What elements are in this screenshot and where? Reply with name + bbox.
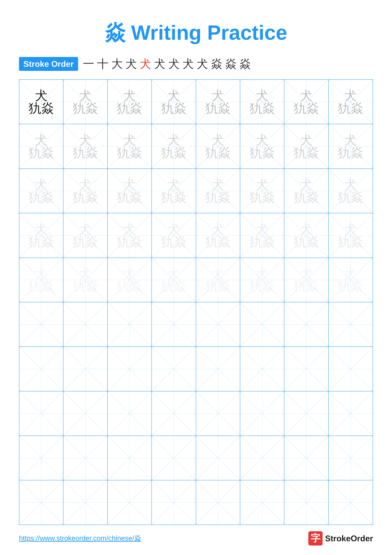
grid-cell-1-7[interactable]: 犬犰焱	[284, 80, 328, 124]
grid-cell-9-6[interactable]	[240, 436, 284, 480]
grid-cell-4-3[interactable]: 犬犰焱	[108, 213, 152, 257]
grid-cell-7-1[interactable]	[19, 347, 64, 391]
grid-cell-2-7[interactable]: 犬犰焱	[284, 124, 328, 168]
diag2-icon	[328, 391, 373, 436]
grid-cell-1-3[interactable]: 犬犰焱	[108, 80, 152, 124]
grid-cell-6-4[interactable]	[152, 302, 196, 346]
grid-cell-5-2[interactable]: 犬犰焱	[64, 258, 107, 302]
grid-cell-3-3[interactable]: 犬犰焱	[108, 169, 152, 213]
grid-cell-7-3[interactable]	[108, 347, 152, 391]
grid-cell-9-1[interactable]	[19, 436, 64, 480]
stroke-char-9: 犬	[197, 56, 208, 72]
grid-cell-5-4[interactable]: 犬犰焱	[152, 258, 196, 302]
grid-cell-1-1[interactable]: 犬犰焱	[19, 80, 64, 124]
grid-cell-8-6[interactable]	[240, 391, 284, 436]
grid-cell-2-4[interactable]: 犬犰焱	[152, 124, 196, 168]
svg-line-117	[108, 391, 151, 436]
svg-line-155	[240, 480, 284, 525]
grid-cell-7-6[interactable]	[240, 347, 284, 391]
grid-cell-10-5[interactable]	[196, 480, 240, 525]
grid-cell-10-8[interactable]	[328, 480, 373, 525]
grid-cell-4-6[interactable]: 犬犰焱	[240, 213, 284, 257]
grid-cell-6-8[interactable]	[328, 302, 373, 346]
grid-cell-7-8[interactable]	[328, 347, 373, 391]
footer-logo-text: StrokeOrder	[325, 534, 373, 543]
grid-cell-1-6[interactable]: 犬犰焱	[240, 80, 284, 124]
grid-cell-3-6[interactable]: 犬犰焱	[240, 169, 284, 213]
grid-cell-3-1[interactable]: 犬犰焱	[19, 169, 64, 213]
grid-cell-4-2[interactable]: 犬犰焱	[64, 213, 107, 257]
grid-cell-6-1[interactable]	[19, 302, 64, 346]
grid-cell-3-8[interactable]: 犬犰焱	[328, 169, 373, 213]
grid-cell-1-8[interactable]: 犬犰焱	[328, 80, 373, 124]
grid-cell-1-5[interactable]: 犬犰焱	[196, 80, 240, 124]
svg-line-106	[240, 347, 284, 391]
grid-cell-7-2[interactable]	[64, 347, 107, 391]
grid-cell-5-1[interactable]: 犬犰焱	[19, 258, 64, 302]
grid-cell-8-8[interactable]	[328, 391, 373, 436]
grid-cell-10-7[interactable]	[284, 480, 328, 525]
grid-cell-9-7[interactable]	[284, 436, 328, 480]
grid-cell-9-3[interactable]	[108, 436, 152, 480]
grid-cell-4-1[interactable]: 犬犰焱	[19, 213, 64, 257]
char-guide: 犬犰焱	[249, 223, 275, 248]
grid-cell-6-7[interactable]	[284, 302, 328, 346]
grid-cell-4-5[interactable]: 犬犰焱	[196, 213, 240, 257]
grid-cell-2-8[interactable]: 犬犰焱	[328, 124, 373, 168]
grid-cell-4-8[interactable]: 犬犰焱	[328, 213, 373, 257]
char-guide: 犬犰焱	[29, 178, 54, 204]
grid-cell-8-2[interactable]	[64, 391, 107, 436]
grid-cell-7-5[interactable]	[196, 347, 240, 391]
diag2-icon	[240, 302, 284, 346]
diag2-icon	[152, 302, 196, 346]
grid-cell-2-2[interactable]: 犬犰焱	[64, 124, 107, 168]
grid-cell-5-8[interactable]: 犬犰焱	[328, 258, 373, 302]
grid-cell-5-5[interactable]: 犬犰焱	[196, 258, 240, 302]
grid-cell-10-1[interactable]	[19, 480, 64, 525]
grid-cell-4-4[interactable]: 犬犰焱	[152, 213, 196, 257]
svg-line-105	[196, 347, 240, 391]
grid-cell-6-6[interactable]	[240, 302, 284, 346]
grid-cell-8-3[interactable]	[108, 391, 152, 436]
grid-cell-10-3[interactable]	[108, 480, 152, 525]
svg-line-135	[152, 436, 196, 480]
diag2-icon	[284, 347, 328, 391]
grid-cell-8-5[interactable]	[196, 391, 240, 436]
page: 焱 Writing Practice Stroke Order 一 十 大 犬 …	[0, 0, 392, 555]
grid-cell-9-2[interactable]	[64, 436, 107, 480]
grid-cell-2-5[interactable]: 犬犰焱	[196, 124, 240, 168]
grid-cell-5-3[interactable]: 犬犰焱	[108, 258, 152, 302]
stroke-char-5: 犬	[140, 56, 151, 72]
grid-cell-8-1[interactable]	[19, 391, 64, 436]
grid-cell-9-5[interactable]	[196, 436, 240, 480]
char-guide: 犬犰焱	[73, 89, 98, 115]
grid-cell-1-2[interactable]: 犬犰焱	[64, 80, 107, 124]
grid-cell-10-4[interactable]	[152, 480, 196, 525]
grid-cell-6-5[interactable]	[196, 302, 240, 346]
grid-cell-1-4[interactable]: 犬犰焱	[152, 80, 196, 124]
grid-cell-10-2[interactable]	[64, 480, 107, 525]
grid-cell-6-2[interactable]	[64, 302, 107, 346]
char-guide: 犬犰焱	[249, 178, 275, 204]
stroke-order-chars: 一 十 大 犬 犬 犬 犬 犬 犬 焱 焱 焱	[83, 56, 251, 72]
grid-cell-3-7[interactable]: 犬犰焱	[284, 169, 328, 213]
grid-cell-10-6[interactable]	[240, 480, 284, 525]
grid-cell-7-7[interactable]	[284, 347, 328, 391]
grid-cell-2-6[interactable]: 犬犰焱	[240, 124, 284, 168]
stroke-char-8: 犬	[183, 56, 194, 72]
grid-cell-9-4[interactable]	[152, 436, 196, 480]
footer-url[interactable]: https://www.strokeorder.com/chinese/焱	[19, 534, 141, 543]
grid-cell-8-7[interactable]	[284, 391, 328, 436]
grid-cell-2-3[interactable]: 犬犰焱	[108, 124, 152, 168]
grid-cell-3-2[interactable]: 犬犰焱	[64, 169, 107, 213]
grid-cell-6-3[interactable]	[108, 302, 152, 346]
grid-cell-3-5[interactable]: 犬犰焱	[196, 169, 240, 213]
grid-cell-2-1[interactable]: 犬犰焱	[19, 124, 64, 168]
grid-cell-9-8[interactable]	[328, 436, 373, 480]
grid-cell-8-4[interactable]	[152, 391, 196, 436]
grid-cell-7-4[interactable]	[152, 347, 196, 391]
grid-cell-5-6[interactable]: 犬犰焱	[240, 258, 284, 302]
grid-cell-5-7[interactable]: 犬犰焱	[284, 258, 328, 302]
grid-cell-3-4[interactable]: 犬犰焱	[152, 169, 196, 213]
grid-cell-4-7[interactable]: 犬犰焱	[284, 213, 328, 257]
